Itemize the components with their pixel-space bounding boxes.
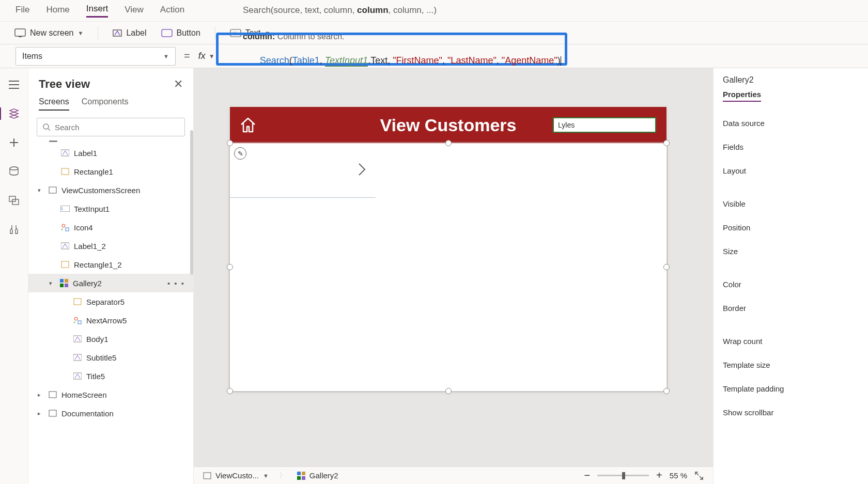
chevron-right-icon[interactable] xyxy=(358,163,366,176)
chevron-right-icon[interactable]: ▸ xyxy=(38,392,44,398)
zoom-slider[interactable] xyxy=(597,475,649,476)
left-rail xyxy=(0,68,28,484)
tree-view-title: Tree view xyxy=(39,77,90,91)
tree-item-homescreen[interactable]: ▸ HomeScreen xyxy=(28,385,193,404)
tree-item-body1[interactable]: Body1 xyxy=(28,330,193,348)
tab-screens[interactable]: Screens xyxy=(39,97,69,111)
tab-components[interactable]: Components xyxy=(82,97,129,111)
tree-item-nextarrow5[interactable]: + NextArrow5 xyxy=(28,311,193,330)
resize-handle[interactable] xyxy=(445,388,452,394)
app-canvas[interactable]: View Customers Lyles ✎ xyxy=(230,107,667,391)
breadcrumb-screen[interactable]: ViewCusto... ▼ xyxy=(203,471,269,480)
tree-item-label1-2[interactable]: Label1_2 xyxy=(28,237,193,255)
menu-view[interactable]: View xyxy=(125,5,144,17)
zoom-in-button[interactable]: + xyxy=(656,470,662,481)
data-icon[interactable] xyxy=(8,165,20,178)
close-icon[interactable]: ✕ xyxy=(174,77,183,91)
prop-template-padding[interactable]: Template padding xyxy=(723,377,859,400)
tab-properties[interactable]: Properties xyxy=(723,90,761,102)
screen-icon xyxy=(14,28,26,38)
icon-icon: + xyxy=(73,316,82,325)
breadcrumb-control[interactable]: Gallery2 xyxy=(297,471,338,480)
menu-action[interactable]: Action xyxy=(160,5,184,17)
tools-icon[interactable] xyxy=(8,223,20,236)
prop-position[interactable]: Position xyxy=(723,215,859,239)
app-header: View Customers Lyles xyxy=(230,107,667,143)
prop-visible[interactable]: Visible xyxy=(723,192,859,215)
formula-input[interactable]: Search(Table1, TextInput1.Text, "FirstNa… xyxy=(220,41,868,72)
text-icon: Abc xyxy=(230,29,241,37)
shape-icon xyxy=(60,260,70,269)
svg-text:+: + xyxy=(73,321,75,324)
screen-icon xyxy=(203,472,211,479)
tree-item-rectangle1[interactable]: Rectangle1 xyxy=(28,162,193,181)
menu-file[interactable]: File xyxy=(16,5,29,17)
fx-icon[interactable]: fx xyxy=(198,51,206,61)
separator xyxy=(215,26,215,40)
tree-item-documentation[interactable]: ▸ Documentation xyxy=(28,404,193,423)
resize-handle[interactable] xyxy=(663,140,670,146)
tree-item-icon4[interactable]: + Icon4 xyxy=(28,218,193,237)
chevron-right-icon[interactable]: ▸ xyxy=(38,410,44,417)
more-icon[interactable]: • • • xyxy=(167,279,185,288)
svg-rect-0 xyxy=(15,29,25,36)
new-screen-button[interactable]: New screen ▼ xyxy=(14,28,83,38)
label-button[interactable]: Label xyxy=(113,28,146,38)
scrollbar[interactable] xyxy=(190,130,193,275)
svg-point-6 xyxy=(10,167,18,170)
app-search-input[interactable]: Lyles xyxy=(553,117,656,133)
property-selector[interactable]: Items ▼ xyxy=(16,47,176,66)
home-icon[interactable] xyxy=(239,116,257,134)
tree-search-input[interactable] xyxy=(55,123,179,132)
prop-data-source[interactable]: Data source xyxy=(723,111,859,135)
tree-item-textinput1[interactable]: TextInput1 xyxy=(28,199,193,218)
separator xyxy=(98,26,98,40)
label-icon xyxy=(73,334,82,344)
tree-item-gallery2[interactable]: ▾ Gallery2 • • • xyxy=(28,274,193,292)
prop-fields[interactable]: Fields xyxy=(723,135,859,159)
label-icon xyxy=(60,241,70,251)
screen-icon xyxy=(48,390,57,399)
media-icon[interactable] xyxy=(8,194,20,207)
svg-rect-33 xyxy=(297,472,301,475)
chevron-down-icon[interactable]: ▾ xyxy=(38,187,44,194)
prop-show-scrollbar[interactable]: Show scrollbar xyxy=(723,400,859,424)
tree-item-viewcustomersscreen[interactable]: ▾ ViewCustomersScreen xyxy=(28,181,193,199)
tree-item-separator5[interactable]: Separator5 xyxy=(28,292,193,311)
button-button[interactable]: Button xyxy=(161,28,200,38)
gallery-icon xyxy=(297,472,305,480)
tree-item-subtitle5[interactable]: Subtitle5 xyxy=(28,348,193,367)
resize-handle[interactable] xyxy=(663,264,670,270)
gallery-template-item[interactable] xyxy=(230,143,376,198)
tree-item-label1[interactable]: Label1 xyxy=(28,144,193,162)
tree-item-rectangle1-2[interactable]: Rectangle1_2 xyxy=(28,255,193,274)
svg-rect-32 xyxy=(204,473,211,479)
svg-rect-18 xyxy=(61,261,69,268)
hamburger-icon[interactable] xyxy=(8,79,20,91)
prop-wrap-count[interactable]: Wrap count xyxy=(723,329,859,353)
screen-icon xyxy=(48,409,57,418)
text-cursor xyxy=(561,56,561,66)
prop-layout[interactable]: Layout xyxy=(723,159,859,182)
gallery-selection[interactable]: ✎ xyxy=(230,143,667,391)
resize-handle[interactable] xyxy=(227,388,233,394)
chevron-down-icon[interactable]: ▾ xyxy=(49,280,55,287)
prop-template-size[interactable]: Template size xyxy=(723,353,859,377)
zoom-out-button[interactable]: − xyxy=(584,470,590,481)
menu-insert[interactable]: Insert xyxy=(86,4,109,18)
tree-view-icon[interactable] xyxy=(8,107,20,120)
svg-rect-3 xyxy=(162,29,172,37)
fit-to-window-icon[interactable] xyxy=(694,471,704,480)
tree-item-title5[interactable]: Title5 xyxy=(28,367,193,385)
resize-handle[interactable] xyxy=(663,388,670,394)
prop-border[interactable]: Border xyxy=(723,296,859,320)
resize-handle[interactable] xyxy=(445,140,452,146)
app-title: View Customers xyxy=(380,115,517,135)
prop-color[interactable]: Color xyxy=(723,272,859,296)
tree-search[interactable] xyxy=(37,118,185,136)
resize-handle[interactable] xyxy=(227,264,233,270)
chevron-down-icon: ▼ xyxy=(209,53,215,60)
add-icon[interactable] xyxy=(8,136,20,149)
menu-home[interactable]: Home xyxy=(46,5,69,17)
prop-size[interactable]: Size xyxy=(723,239,859,263)
